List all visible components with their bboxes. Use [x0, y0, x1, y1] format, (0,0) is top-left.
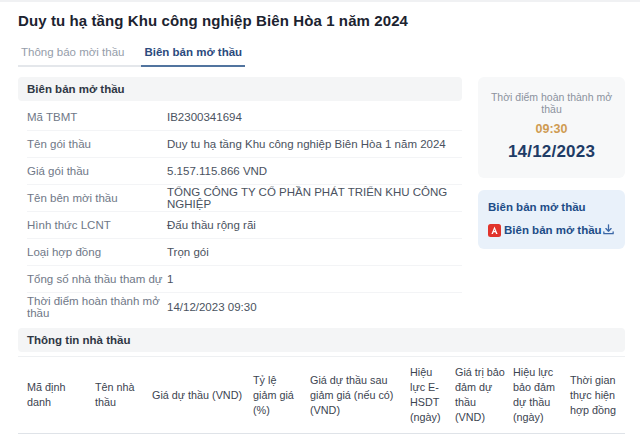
info-value: 5.157.115.866 VND — [167, 165, 267, 177]
cell-hieu-luc-ehsdt: 60 — [410, 434, 455, 440]
contractor-table-row: vn3600489525 CÔNG TY TNHH TIẾN TRIẾT 5.1… — [18, 434, 625, 440]
info-label: Thời điểm hoàn thành mở thầu — [27, 295, 167, 319]
bid-record-document-card: Biên bản mở thầu Biên bản mở thầu — [478, 190, 625, 249]
pdf-file-icon — [488, 223, 501, 236]
cell-hieu-luc-bao-dam: 90 — [513, 434, 570, 440]
info-label: Loại hợp đồng — [27, 246, 167, 258]
info-label: Tên bên mời thầu — [27, 192, 167, 204]
col-thoi-gian-hop-dong: Thời gian thực hiện hợp đồng — [570, 357, 625, 434]
contractor-table: Mã định danh Tên nhà thầu Giá dự thầu (V… — [18, 356, 625, 440]
bid-record-panel: Biên bản mở thầu Mã TBMT IB2300341694 Tê… — [18, 77, 462, 320]
info-row-ten-ben-moi-thau: Tên bên mời thầu TỔNG CÔNG TY CỔ PHẦN PH… — [27, 185, 462, 212]
col-hieu-luc-bao-dam: Hiệu lực bảo đảm dự thầu (ngày) — [513, 357, 570, 434]
cell-thoi-gian-hop-dong — [570, 434, 625, 440]
tab-thong-bao-moi-thau[interactable]: Thông báo mời thầu — [18, 42, 127, 65]
bid-record-file-link[interactable]: Biên bản mở thầu — [504, 224, 602, 236]
tabbar: Thông báo mời thầu Biên bản mở thầu — [18, 42, 245, 67]
cell-gia-tri-bao-dam: 70.000.000 — [455, 434, 513, 440]
completion-time-value: 09:30 — [486, 122, 617, 136]
cell-ma-dinh-danh: vn3600489525 — [18, 434, 95, 440]
info-row-thoi-diem-mo-thau: Thời điểm hoàn thành mở thầu 14/12/2023 … — [27, 293, 462, 320]
info-label: Giá gói thầu — [27, 165, 167, 177]
info-label: Tên gói thầu — [27, 138, 167, 150]
cell-gia-du-thau: 5.136.155.991 — [152, 434, 253, 440]
info-row-hinh-thuc-lcnt: Hình thức LCNT Đấu thầu rộng rãi — [27, 212, 462, 239]
info-row-ten-goi-thau: Tên gói thầu Duy tu hạ tầng Khu công ngh… — [27, 131, 462, 158]
col-ma-dinh-danh: Mã định danh — [18, 357, 95, 434]
contractor-table-header-row: Mã định danh Tên nhà thầu Giá dự thầu (V… — [18, 357, 625, 434]
cell-ty-le-giam-gia: 0 — [253, 434, 310, 440]
info-value: 14/12/2023 09:30 — [167, 301, 257, 313]
col-ty-le-giam-gia: Tỷ lệ giảm giá (%) — [253, 357, 310, 434]
col-gia-du-thau: Giá dự thầu (VND) — [152, 357, 253, 434]
info-value: Đấu thầu rộng rãi — [167, 219, 256, 231]
document-card-title: Biên bản mở thầu — [488, 201, 615, 213]
col-ten-nha-thau: Tên nhà thầu — [95, 357, 152, 434]
download-icon[interactable] — [602, 223, 615, 236]
sidebar: Thời điểm hoàn thành mở thầu 09:30 14/12… — [478, 77, 625, 320]
info-value: TỔNG CÔNG TY CỔ PHẦN PHÁT TRIỂN KHU CÔNG… — [167, 186, 462, 210]
info-value: Duy tu hạ tầng Khu công nghiệp Biên Hòa … — [167, 138, 446, 150]
col-gia-tri-bao-dam: Giá trị bảo đảm dự thầu (VND) — [455, 357, 513, 434]
info-label: Hình thức LCNT — [27, 219, 167, 231]
info-label: Mã TBMT — [27, 111, 167, 123]
tab-bien-ban-mo-thau[interactable]: Biên bản mở thầu — [141, 42, 245, 67]
bid-record-section-title: Biên bản mở thầu — [18, 77, 462, 101]
col-hieu-luc-ehsdt: Hiệu lực E-HSDT (ngày) — [410, 357, 455, 434]
page-title: Duy tu hạ tầng Khu công nghiệp Biên Hòa … — [18, 12, 625, 29]
completion-time-card: Thời điểm hoàn thành mở thầu 09:30 14/12… — [478, 77, 625, 178]
contractor-info-panel: Thông tin nhà thầu Mã định danh Tên nhà … — [18, 328, 625, 440]
info-label: Tổng số nhà thầu tham dự — [27, 273, 167, 285]
contractor-section-title: Thông tin nhà thầu — [18, 328, 625, 352]
col-gia-sau-giam-gia: Giá dự thầu sau giảm giá (nếu có) (VND) — [310, 357, 410, 434]
info-row-ma-tbmt: Mã TBMT IB2300341694 — [27, 104, 462, 131]
cell-gia-sau-giam-gia: 5.136.155.991 — [310, 434, 410, 440]
info-row-tong-so-nha-thau: Tổng số nhà thầu tham dự 1 — [27, 266, 462, 293]
info-row-loai-hop-dong: Loại hợp đồng Trọn gói — [27, 239, 462, 266]
completion-time-label: Thời điểm hoàn thành mở thầu — [486, 91, 617, 115]
info-value: 1 — [167, 273, 173, 285]
info-value: IB2300341694 — [167, 111, 242, 123]
completion-date-value: 14/12/2023 — [486, 142, 617, 162]
cell-ten-nha-thau: CÔNG TY TNHH TIẾN TRIẾT — [95, 434, 152, 440]
info-value: Trọn gói — [167, 246, 209, 258]
bid-detail-page: Duy tu hạ tầng Khu công nghiệp Biên Hòa … — [0, 0, 640, 440]
info-row-gia-goi-thau: Giá gói thầu 5.157.115.866 VND — [27, 158, 462, 185]
